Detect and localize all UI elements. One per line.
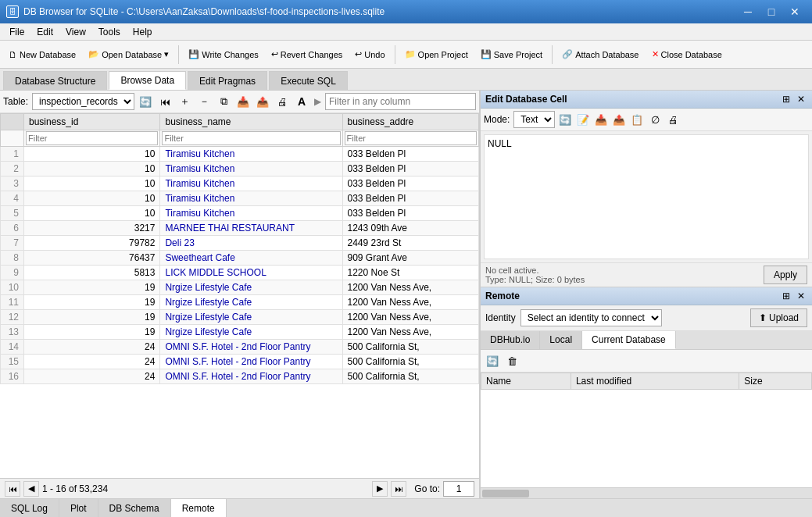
tab-edit-pragmas[interactable]: Edit Pragmas bbox=[188, 71, 267, 90]
cell-business-id[interactable]: 24 bbox=[24, 369, 160, 384]
close-button[interactable]: ✕ bbox=[784, 3, 806, 20]
remote-tab-dbhub[interactable]: DBHub.io bbox=[481, 331, 540, 349]
table-row[interactable]: 1424OMNI S.F. Hotel - 2nd Floor Pantry50… bbox=[1, 340, 479, 355]
cell-business-name[interactable]: Tiramisu Kitchen bbox=[160, 191, 342, 206]
data-table-container[interactable]: business_id business_name business_addre… bbox=[0, 113, 479, 478]
mode-select[interactable]: Text bbox=[513, 111, 555, 128]
cell-business-name[interactable]: LICK MIDDLE SCHOOL bbox=[160, 266, 342, 280]
cell-content[interactable]: NULL bbox=[484, 134, 809, 259]
cell-business-address[interactable]: 1200 Van Ness Ave, bbox=[342, 295, 478, 310]
cell-business-id[interactable]: 24 bbox=[24, 340, 160, 355]
cell-business-name[interactable]: OMNI S.F. Hotel - 2nd Floor Pantry bbox=[160, 355, 342, 369]
export-button[interactable]: 📤 bbox=[254, 93, 271, 110]
attach-database-button[interactable]: 🔗 Attach Database bbox=[556, 44, 644, 66]
clear-filters-button[interactable]: A bbox=[293, 93, 310, 110]
close-database-button[interactable]: ✕ Close Database bbox=[646, 44, 728, 66]
table-row[interactable]: 510Tiramisu Kitchen033 Belden Pl bbox=[1, 206, 479, 221]
cell-business-address[interactable]: 500 California St, bbox=[342, 355, 478, 369]
identity-select[interactable]: Select an identity to connect bbox=[520, 309, 662, 326]
table-row[interactable]: 1219Nrgize Lifestyle Cafe1200 Van Ness A… bbox=[1, 310, 479, 325]
table-row[interactable]: 310Tiramisu Kitchen033 Belden Pl bbox=[1, 176, 479, 191]
open-database-button[interactable]: 📂 Open Database ▾ bbox=[83, 44, 174, 66]
filter-input-business-name[interactable] bbox=[162, 131, 340, 145]
cell-business-address[interactable]: 033 Belden Pl bbox=[342, 162, 478, 176]
table-row[interactable]: 876437Sweetheart Cafe909 Grant Ave bbox=[1, 251, 479, 266]
table-row[interactable]: 1319Nrgize Lifestyle Cafe1200 Van Ness A… bbox=[1, 325, 479, 340]
cell-business-id[interactable]: 19 bbox=[24, 310, 160, 325]
tab-database-structure[interactable]: Database Structure bbox=[3, 71, 107, 90]
cell-business-id[interactable]: 10 bbox=[24, 206, 160, 221]
cell-business-id[interactable]: 19 bbox=[24, 280, 160, 295]
goto-input[interactable] bbox=[443, 481, 474, 497]
bottom-tab-plot[interactable]: Plot bbox=[59, 499, 98, 517]
bottom-tab-db-schema[interactable]: DB Schema bbox=[98, 499, 171, 517]
bottom-tab-sql-log[interactable]: SQL Log bbox=[0, 499, 59, 517]
cell-business-name[interactable]: OMNI S.F. Hotel - 2nd Floor Pantry bbox=[160, 369, 342, 384]
table-row[interactable]: 1019Nrgize Lifestyle Cafe1200 Van Ness A… bbox=[1, 280, 479, 295]
cell-business-name[interactable]: Nrgize Lifestyle Cafe bbox=[160, 310, 342, 325]
cell-business-id[interactable]: 79782 bbox=[24, 236, 160, 251]
cell-refresh-icon[interactable]: 🔄 bbox=[557, 112, 573, 127]
remote-scrollbar[interactable] bbox=[481, 487, 812, 498]
table-select[interactable]: inspection_records bbox=[32, 93, 134, 110]
cell-business-name[interactable]: Sweetheart Cafe bbox=[160, 251, 342, 266]
table-row[interactable]: 1524OMNI S.F. Hotel - 2nd Floor Pantry50… bbox=[1, 355, 479, 369]
remote-delete-button[interactable]: 🗑 bbox=[503, 352, 520, 369]
cell-business-name[interactable]: Tiramisu Kitchen bbox=[160, 162, 342, 176]
import-button[interactable]: 📥 bbox=[234, 93, 252, 110]
delete-row-button[interactable]: － bbox=[195, 93, 213, 110]
cell-business-name[interactable]: Nrgize Lifestyle Cafe bbox=[160, 325, 342, 340]
cell-copy-icon[interactable]: 📋 bbox=[629, 112, 645, 127]
cell-business-name[interactable]: Tiramisu Kitchen bbox=[160, 147, 342, 162]
menu-tools[interactable]: Tools bbox=[92, 25, 127, 39]
print-button[interactable]: 🖨 bbox=[274, 93, 291, 110]
remote-tab-current-db[interactable]: Current Database bbox=[582, 331, 676, 349]
cell-business-id[interactable]: 19 bbox=[24, 325, 160, 340]
upload-button[interactable]: ⬆ Upload bbox=[750, 308, 807, 327]
remote-tab-local[interactable]: Local bbox=[540, 331, 582, 349]
maximize-button[interactable]: □ bbox=[760, 3, 782, 20]
cell-business-address[interactable]: 1200 Van Ness Ave, bbox=[342, 280, 478, 295]
table-row[interactable]: 210Tiramisu Kitchen033 Belden Pl bbox=[1, 162, 479, 176]
cell-business-address[interactable]: 033 Belden Pl bbox=[342, 206, 478, 221]
table-row[interactable]: 1624OMNI S.F. Hotel - 2nd Floor Pantry50… bbox=[1, 369, 479, 384]
cell-business-name[interactable]: OMNI S.F. Hotel - 2nd Floor Pantry bbox=[160, 340, 342, 355]
cell-business-name[interactable]: MARNEE THAI RESTAURANT bbox=[160, 221, 342, 236]
undo-button[interactable]: ↩ Undo bbox=[349, 44, 390, 66]
last-page-button[interactable]: ⏭ bbox=[391, 481, 406, 497]
cell-business-address[interactable]: 033 Belden Pl bbox=[342, 191, 478, 206]
tab-browse-data[interactable]: Browse Data bbox=[109, 71, 186, 90]
revert-changes-button[interactable]: ↩ Revert Changes bbox=[266, 44, 349, 66]
new-database-button[interactable]: 🗋 New Database bbox=[3, 44, 81, 66]
cell-business-address[interactable]: 909 Grant Ave bbox=[342, 251, 478, 266]
cell-business-id[interactable]: 19 bbox=[24, 295, 160, 310]
cell-business-address[interactable]: 033 Belden Pl bbox=[342, 147, 478, 162]
cell-business-id[interactable]: 10 bbox=[24, 176, 160, 191]
cell-business-name[interactable]: Tiramisu Kitchen bbox=[160, 176, 342, 191]
cell-business-address[interactable]: 500 California St, bbox=[342, 340, 478, 355]
refresh-button[interactable]: 🔄 bbox=[137, 93, 154, 110]
duplicate-row-button[interactable]: ⧉ bbox=[215, 93, 232, 110]
cell-business-name[interactable]: Nrgize Lifestyle Cafe bbox=[160, 280, 342, 295]
cell-bold-icon[interactable]: 📝 bbox=[575, 112, 591, 127]
filter-input-business-id[interactable] bbox=[26, 131, 158, 145]
cell-business-address[interactable]: 1220 Noe St bbox=[342, 266, 478, 280]
table-row[interactable]: 779782Deli 232449 23rd St bbox=[1, 236, 479, 251]
cell-business-address[interactable]: 1200 Van Ness Ave, bbox=[342, 325, 478, 340]
cell-panel-close[interactable]: ✕ bbox=[795, 93, 807, 105]
remote-panel-close[interactable]: ✕ bbox=[795, 290, 807, 302]
table-row[interactable]: 110Tiramisu Kitchen033 Belden Pl bbox=[1, 147, 479, 162]
cell-import-icon[interactable]: 📥 bbox=[593, 112, 609, 127]
cell-business-address[interactable]: 1243 09th Ave bbox=[342, 221, 478, 236]
cell-business-id[interactable]: 3217 bbox=[24, 221, 160, 236]
menu-help[interactable]: Help bbox=[127, 25, 159, 39]
tab-execute-sql[interactable]: Execute SQL bbox=[269, 71, 348, 90]
menu-view[interactable]: View bbox=[59, 25, 92, 39]
cell-print-icon[interactable]: 🖨 bbox=[665, 112, 681, 127]
next-page-button[interactable]: ▶ bbox=[372, 481, 388, 497]
goto-first-button[interactable]: ⏮ bbox=[156, 93, 173, 110]
filter-business-id[interactable] bbox=[24, 130, 160, 147]
cell-business-address[interactable]: 2449 23rd St bbox=[342, 236, 478, 251]
remote-panel-popout[interactable]: ⊞ bbox=[780, 290, 792, 302]
save-project-button[interactable]: 💾 Save Project bbox=[475, 44, 548, 66]
